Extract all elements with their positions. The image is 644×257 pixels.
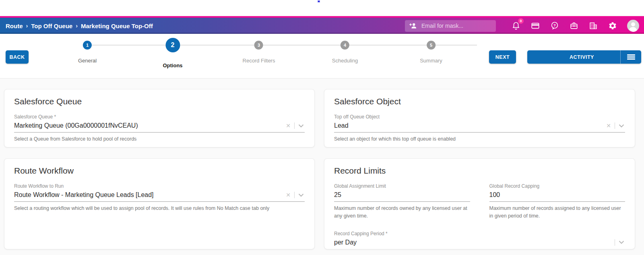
step-general[interactable]: 1 General [78,34,97,64]
favicon-artifact-dot [318,0,320,2]
step-general-circle: 1 [83,41,92,50]
back-button[interactable]: BACK [6,50,29,64]
divider [615,122,615,129]
breadcrumb-separator: › [26,23,28,29]
svg-text:?: ? [553,23,556,27]
top-off-queue-object-select[interactable]: Lead ✕ [334,120,625,133]
hamburger-icon [627,54,635,60]
field-label: Record Capping Period * [334,231,625,236]
notifications-bell-icon[interactable]: 0 [511,21,521,31]
step-record-filters-label: Record Filters [243,58,275,64]
global-assignment-limit-input[interactable]: 25 [334,189,470,202]
field-helper: Select an object for which this top off … [334,135,625,143]
card-title: Route Workflow [14,166,305,176]
record-capping-period-field: Record Capping Period * per Day [334,231,625,249]
field-value: per Day [334,239,357,246]
chevron-down-icon[interactable] [619,240,624,244]
chevron-down-icon[interactable] [298,124,304,128]
record-capping-period-select[interactable]: per Day [334,236,625,249]
step-scheduling-label: Scheduling [332,58,358,64]
field-label: Salesforce Queue * [14,114,305,120]
notification-badge: 0 [518,18,524,24]
field-label: Top off Queue Object [334,114,625,120]
card-icon[interactable] [530,21,540,31]
briefcase-icon[interactable] [569,21,579,31]
activity-button[interactable]: ACTIVITY [527,50,641,64]
header-actions: 0 ? [405,18,639,34]
card-route-workflow: Route Workflow Route Workflow to Run Rou… [4,158,315,249]
next-button[interactable]: NEXT [489,50,516,64]
step-general-label: General [78,58,97,64]
salesforce-queue-select[interactable]: Marketing Queue (00Ga0000001fNvCEAU) ✕ [14,120,305,133]
clear-icon[interactable]: ✕ [286,192,291,198]
wizard-stepper: BACK 1 General 2 Options 3 Record Filter… [0,34,644,79]
step-summary[interactable]: 5 Summary [420,34,442,64]
step-options[interactable]: 2 Options [163,34,182,68]
field-helper: Select a Queue from Salesforce to hold p… [14,135,305,143]
activity-menu-toggle[interactable] [620,50,641,64]
route-workflow-field: Route Workflow to Run Route Workflow - M… [14,183,305,212]
breadcrumb-item-top-off-queue[interactable]: Top Off Queue [31,23,72,29]
top-strip [0,0,644,16]
card-title: Salesforce Queue [14,97,305,106]
divider [615,239,615,246]
email-mask-input[interactable] [421,23,492,29]
card-title: Salesforce Object [334,97,625,106]
building-icon[interactable] [588,21,598,31]
breadcrumb-item-current: Marketing Queue Top-Off [81,23,153,29]
step-options-circle: 2 [165,38,180,52]
app-header: Route › Top Off Queue › Marketing Queue … [0,16,644,34]
field-helper: Maximum number of records assigned to an… [489,205,625,220]
step-scheduling-circle: 4 [341,41,349,50]
global-assignment-limit-field: Global Assignment Limit 25 Maximum numbe… [334,183,470,220]
breadcrumb-separator: › [76,23,78,29]
chevron-down-icon[interactable] [619,124,624,128]
top-off-queue-object-field: Top off Queue Object Lead ✕ Select an ob… [334,114,625,143]
step-record-filters-circle: 3 [254,41,263,50]
card-title: Record Limits [334,166,625,176]
card-salesforce-queue: Salesforce Queue Salesforce Queue * Mark… [4,89,315,147]
clear-icon[interactable]: ✕ [286,123,291,128]
chevron-down-icon[interactable] [298,193,304,197]
field-value: 100 [489,191,500,199]
card-grid: Salesforce Queue Salesforce Queue * Mark… [4,89,635,249]
global-record-capping-input[interactable]: 100 [489,189,625,202]
person-add-icon [409,22,417,30]
field-value: Route Workflow - Marketing Queue Leads [… [14,191,154,199]
help-icon[interactable]: ? [550,21,559,31]
field-label: Global Assignment Limit [334,183,470,189]
gear-icon[interactable] [608,21,617,31]
divider [294,122,295,129]
card-record-limits: Record Limits Global Assignment Limit 25… [324,158,635,249]
field-label: Global Record Capping [489,183,625,189]
breadcrumb-item-route[interactable]: Route [6,23,23,29]
activity-button-label: ACTIVITY [527,54,620,60]
route-workflow-select[interactable]: Route Workflow - Marketing Queue Leads [… [14,189,305,202]
page-content: Salesforce Queue Salesforce Queue * Mark… [0,79,644,255]
field-label: Route Workflow to Run [14,183,305,189]
field-value: Marketing Queue (00Ga0000001fNvCEAU) [14,122,138,129]
avatar[interactable] [627,20,639,32]
step-record-filters[interactable]: 3 Record Filters [243,34,275,64]
step-summary-label: Summary [420,58,442,64]
stepper-connector-line [87,45,477,46]
step-summary-circle: 5 [427,41,436,50]
field-value: Lead [334,122,349,129]
step-options-label: Options [163,62,182,68]
record-limits-grid: Global Assignment Limit 25 Maximum numbe… [334,176,625,220]
card-salesforce-object: Salesforce Object Top off Queue Object L… [324,89,635,147]
clear-icon[interactable]: ✕ [606,123,611,128]
global-record-capping-field: Global Record Capping 100 Maximum number… [489,183,625,220]
breadcrumb: Route › Top Off Queue › Marketing Queue … [0,23,153,29]
step-scheduling[interactable]: 4 Scheduling [332,34,358,64]
field-helper: Select a routing workflow which will be … [14,205,305,212]
salesforce-queue-field: Salesforce Queue * Marketing Queue (00Ga… [14,114,305,143]
email-mask-inputbox[interactable] [405,20,496,32]
divider [294,192,295,198]
field-helper: Maximum number of records owned by any l… [334,205,470,220]
field-value: 25 [334,191,341,199]
